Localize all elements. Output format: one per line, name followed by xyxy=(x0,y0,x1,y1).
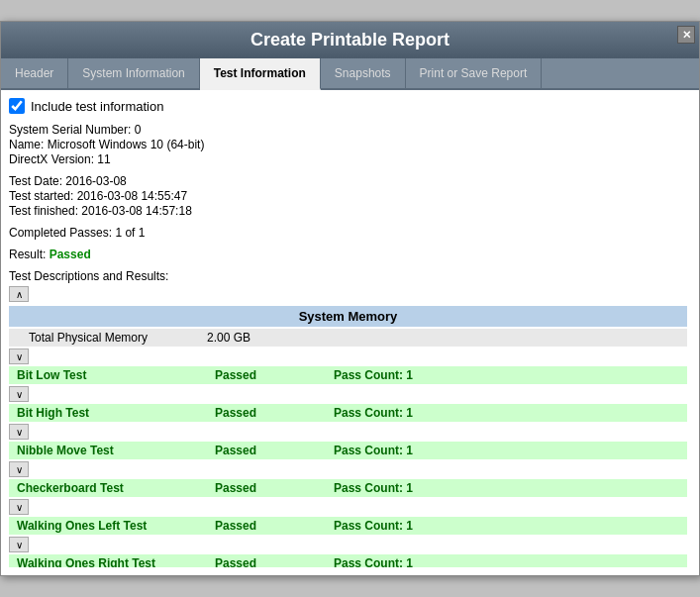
test-status-bit-low: Passed xyxy=(215,368,334,382)
test-row-nibble: Nibble Move Test Passed Pass Count: 1 xyxy=(9,442,687,459)
expand-bit-low-button[interactable]: ∨ xyxy=(9,348,29,364)
test-count-checkerboard: Pass Count: 1 xyxy=(334,481,413,495)
test-name-walking-left: Walking Ones Left Test xyxy=(17,519,215,533)
test-status-nibble: Passed xyxy=(215,444,334,457)
tab-system-information[interactable]: System Information xyxy=(68,58,199,88)
expand-bit-high-button[interactable]: ∨ xyxy=(9,386,29,402)
result-value: Passed xyxy=(50,248,91,261)
result-row: Result: Passed xyxy=(9,248,687,261)
test-row-bit-low: Bit Low Test Passed Pass Count: 1 xyxy=(9,366,687,384)
tab-bar: Header System Information Test Informati… xyxy=(1,58,699,90)
include-row: Include test information xyxy=(9,98,691,114)
test-count-walking-right: Pass Count: 1 xyxy=(334,556,413,567)
test-status-bit-high: Passed xyxy=(215,406,334,420)
result-label: Result: xyxy=(9,248,50,261)
expand-walking-left-button[interactable]: ∨ xyxy=(9,499,29,515)
window-title: Create Printable Report xyxy=(250,30,450,50)
test-row-checkerboard: Checkerboard Test Passed Pass Count: 1 xyxy=(9,479,687,497)
collapse-main-button[interactable]: ∧ xyxy=(9,286,29,302)
test-name-bit-high: Bit High Test xyxy=(17,406,215,420)
test-name-checkerboard: Checkerboard Test xyxy=(17,481,215,495)
expand-nibble-button[interactable]: ∨ xyxy=(9,424,29,440)
content-area: Include test information System Serial N… xyxy=(1,90,699,575)
include-checkbox[interactable] xyxy=(9,98,25,114)
test-name-walking-right: Walking Ones Right Test xyxy=(17,556,215,567)
main-window: Create Printable Report ✕ Header System … xyxy=(0,21,700,576)
test-count-walking-left: Pass Count: 1 xyxy=(334,519,413,533)
tab-test-information[interactable]: Test Information xyxy=(200,58,321,90)
test-status-walking-right: Passed xyxy=(215,556,334,567)
test-date-line: Test Date: 2016-03-08 xyxy=(9,174,687,188)
name-line: Name: Microsoft Windows 10 (64-bit) xyxy=(9,138,687,151)
memory-value: 2.00 GB xyxy=(207,331,250,345)
system-memory-header: System Memory xyxy=(9,306,687,327)
expand-checkerboard-button[interactable]: ∨ xyxy=(9,461,29,477)
test-row-walking-right: Walking Ones Right Test Passed Pass Coun… xyxy=(9,554,687,567)
include-label: Include test information xyxy=(31,99,163,114)
test-started-line: Test started: 2016-03-08 14:55:47 xyxy=(9,189,687,203)
test-status-checkerboard: Passed xyxy=(215,481,334,495)
memory-row: Total Physical Memory 2.00 GB xyxy=(9,329,687,347)
test-status-walking-left: Passed xyxy=(215,519,334,533)
expand-walking-right-button[interactable]: ∨ xyxy=(9,537,29,552)
close-button[interactable]: ✕ xyxy=(677,26,695,44)
tab-snapshots[interactable]: Snapshots xyxy=(321,58,406,88)
memory-label: Total Physical Memory xyxy=(29,331,207,345)
serial-line: System Serial Number: 0 xyxy=(9,123,687,137)
test-count-bit-high: Pass Count: 1 xyxy=(334,406,413,420)
tab-header[interactable]: Header xyxy=(1,58,68,88)
test-name-bit-low: Bit Low Test xyxy=(17,368,215,382)
descriptions-label: Test Descriptions and Results: xyxy=(9,269,687,283)
tab-print-save[interactable]: Print or Save Report xyxy=(406,58,543,88)
test-row-bit-high: Bit High Test Passed Pass Count: 1 xyxy=(9,404,687,422)
scrollable-area[interactable]: System Serial Number: 0 Name: Microsoft … xyxy=(9,122,691,567)
test-name-nibble: Nibble Move Test xyxy=(17,444,215,457)
test-finished-line: Test finished: 2016-03-08 14:57:18 xyxy=(9,204,687,218)
test-row-walking-left: Walking Ones Left Test Passed Pass Count… xyxy=(9,517,687,535)
title-bar: Create Printable Report ✕ xyxy=(1,22,699,58)
test-count-bit-low: Pass Count: 1 xyxy=(334,368,413,382)
completed-passes: Completed Passes: 1 of 1 xyxy=(9,226,687,240)
directx-line: DirectX Version: 11 xyxy=(9,152,687,166)
test-count-nibble: Pass Count: 1 xyxy=(334,444,413,457)
